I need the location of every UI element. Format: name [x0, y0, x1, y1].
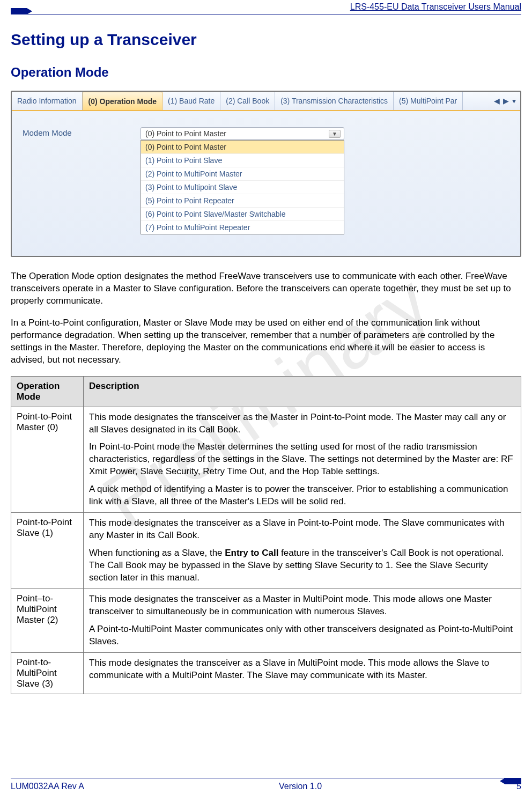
dropdown-list: (0) Point to Point Master (1) Point to P…: [141, 140, 344, 234]
header-title: LRS-455-EU Data Transceiver Users Manual: [350, 2, 521, 12]
dropdown-selected-value: (0) Point to Point Master: [145, 129, 226, 138]
desc-para: This mode designates the transceiver as …: [89, 593, 515, 618]
tab-operation-mode[interactable]: (0) Operation Mode: [83, 92, 163, 110]
desc-cell: This mode designates the transceiver as …: [84, 588, 521, 652]
mode-cell: Point-to-Point Master (0): [11, 407, 84, 513]
dropdown-option[interactable]: (1) Point to Point Slave: [141, 154, 344, 167]
operation-mode-table: Operation Mode Description Point-to-Poin…: [11, 376, 521, 694]
table-row: Point-to-Point Slave (1) This mode desig…: [11, 513, 521, 589]
page-heading-2: Operation Mode: [11, 65, 521, 80]
footer-left: LUM0032AA Rev A: [11, 782, 84, 791]
footer-center: Version 1.0: [279, 782, 322, 791]
table-row: Point-to-MultiPoint Slave (3) This mode …: [11, 652, 521, 694]
desc-para: When functioning as a Slave, the Entry t…: [89, 547, 515, 584]
tab-transmission-characteristics[interactable]: (3) Transmission Characteristics: [275, 92, 394, 110]
svg-marker-0: [11, 8, 32, 14]
tab-radio-information[interactable]: Radio Information: [12, 92, 83, 110]
desc-para: This mode designates the transceiver as …: [89, 411, 515, 436]
desc-para: A quick method of identifying a Master i…: [89, 483, 515, 508]
body-paragraph-2: In a Point-to-Point configuration, Maste…: [11, 317, 521, 366]
mode-cell: Point-to-Point Slave (1): [11, 513, 84, 589]
page-heading-1: Setting up a Transceiver: [11, 31, 521, 49]
tab-scroll-left-icon[interactable]: ◀: [494, 97, 500, 105]
dropdown-option[interactable]: (2) Point to MultiPoint Master: [141, 167, 344, 181]
mode-cell: Point-to-MultiPoint Slave (3): [11, 652, 84, 694]
tab-multipoint-par[interactable]: (5) MultiPoint Par: [394, 92, 463, 110]
desc-cell: This mode designates the transceiver as …: [84, 652, 521, 694]
field-label-modem-mode: Modem Mode: [23, 127, 141, 234]
tab-scroll-right-icon[interactable]: ▶: [503, 97, 509, 105]
table-row: Point–to-MultiPoint Master (2) This mode…: [11, 588, 521, 652]
embedded-screenshot: Radio Information (0) Operation Mode (1)…: [11, 91, 521, 257]
desc-para: This mode designates the transceiver as …: [89, 657, 515, 682]
page-footer: LUM0032AA Rev A Version 1.0 5: [11, 778, 521, 791]
tab-baud-rate[interactable]: (1) Baud Rate: [162, 92, 220, 110]
dropdown-option[interactable]: (5) Point to Point Repeater: [141, 194, 344, 208]
desc-para: A Point-to-MultiPoint Master communicate…: [89, 623, 515, 648]
chevron-down-icon[interactable]: ▼: [329, 130, 341, 138]
table-row: Point-to-Point Master (0) This mode desi…: [11, 407, 521, 513]
tab-call-book[interactable]: (2) Call Book: [220, 92, 275, 110]
dropdown-option[interactable]: (6) Point to Point Slave/Master Switchab…: [141, 208, 344, 221]
footer-right: 5: [516, 782, 521, 791]
desc-para: In Point-to-Point mode the Master determ…: [89, 441, 515, 478]
dropdown-option[interactable]: (7) Point to MultiPoint Repeater: [141, 221, 344, 234]
mode-cell: Point–to-MultiPoint Master (2): [11, 588, 84, 652]
desc-cell: This mode designates the transceiver as …: [84, 407, 521, 513]
tab-overflow-icon[interactable]: ▾: [512, 97, 516, 105]
dropdown-option[interactable]: (0) Point to Point Master: [141, 141, 344, 154]
page-header: LRS-455-EU Data Transceiver Users Manual: [11, 0, 521, 14]
dropdown-option[interactable]: (3) Point to Multipoint Slave: [141, 181, 344, 194]
table-header-description: Description: [84, 376, 521, 407]
modem-mode-dropdown[interactable]: (0) Point to Point Master ▼: [141, 127, 344, 140]
tab-strip: Radio Information (0) Operation Mode (1)…: [12, 92, 520, 111]
desc-para: This mode designates the transceiver as …: [89, 517, 515, 542]
body-paragraph-1: The Operation Mode option designates the…: [11, 270, 521, 307]
header-decoration-icon: [11, 8, 32, 14]
desc-cell: This mode designates the transceiver as …: [84, 513, 521, 589]
table-header-mode: Operation Mode: [11, 376, 84, 407]
